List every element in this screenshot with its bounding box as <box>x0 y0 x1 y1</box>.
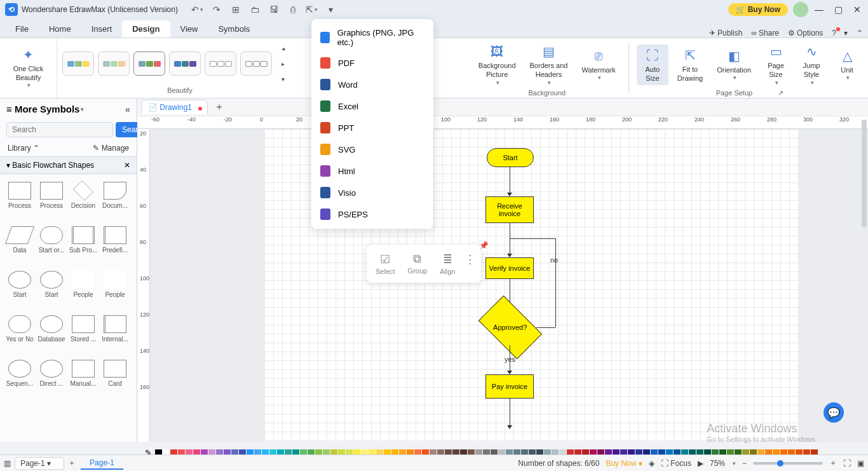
fullscreen-icon[interactable]: ▣ <box>857 459 864 468</box>
chat-badge[interactable]: 💬 <box>824 402 844 423</box>
shapes-section-title[interactable]: ▾ Basic Flowchart Shapes <box>6 161 94 170</box>
shape-stencil[interactable]: Start <box>36 267 67 311</box>
theme-preset-4[interactable] <box>169 51 201 76</box>
add-page-button[interactable]: ＋ <box>68 458 76 468</box>
minimize-button[interactable]: — <box>813 4 825 15</box>
shape-stencil[interactable]: Process <box>4 178 36 222</box>
canvas[interactable]: Start Receive invoice Verify invoice App… <box>150 129 868 442</box>
float-more-button[interactable]: ⋮ <box>465 250 476 278</box>
close-section-icon[interactable]: ✕ <box>124 161 130 170</box>
tab-design[interactable]: Design <box>122 20 170 38</box>
status-buy-now[interactable]: Buy Now ♦ <box>606 459 642 468</box>
watermark-button[interactable]: ⎚Watermark▾ <box>576 45 620 85</box>
shape-stencil[interactable]: People <box>67 267 99 311</box>
shape-stencil[interactable]: People <box>99 267 131 311</box>
float-group-button[interactable]: ⧉Group <box>404 250 431 278</box>
jump-style-button[interactable]: ∿Jump Style▾ <box>796 41 827 89</box>
redo-icon[interactable]: ↷ <box>210 3 224 17</box>
zoom-out-button[interactable]: − <box>742 459 747 468</box>
orientation-button[interactable]: ◧Orientation▾ <box>712 45 756 85</box>
layers-icon[interactable]: ◈ <box>649 459 654 468</box>
borders-headers-button[interactable]: ▤Borders and Headers▾ <box>525 41 573 89</box>
vertical-scrollbar[interactable] <box>862 119 867 228</box>
pin-icon[interactable]: 📌 <box>479 241 489 250</box>
tab-file[interactable]: File <box>5 20 39 38</box>
options-button[interactable]: ⚙ Options <box>788 29 823 38</box>
theme-preset-2[interactable] <box>98 51 130 76</box>
theme-expand-icon[interactable]: ▾ <box>276 72 290 86</box>
shape-stencil[interactable]: Stored ... <box>67 311 99 356</box>
export-item[interactable]: Graphics (PNG, JPG etc.) <box>311 23 433 52</box>
flowchart-receive[interactable]: Receive invoice <box>485 196 534 223</box>
export-item[interactable]: Word <box>311 74 433 95</box>
page-tab[interactable]: Page-1 <box>81 457 123 470</box>
undo-icon[interactable]: ↶▾ <box>191 3 205 17</box>
export-item[interactable]: Visio <box>311 182 433 203</box>
fit-to-drawing-button[interactable]: ⇱Fit to Drawing <box>672 44 708 86</box>
auto-size-button[interactable]: ⛶Auto Size <box>637 44 668 86</box>
theme-next-icon[interactable]: ▸ <box>276 57 290 71</box>
page-selector[interactable]: Page-1 ▾ <box>15 457 64 470</box>
help-button[interactable]: ?▾ <box>832 29 848 38</box>
theme-preset-3[interactable] <box>133 51 165 76</box>
theme-preset-5[interactable] <box>205 51 236 76</box>
pages-panel-icon[interactable]: ▥ <box>4 459 11 468</box>
presentation-icon[interactable]: ▶ <box>698 459 703 468</box>
share-button[interactable]: ∞ Share <box>751 29 779 38</box>
shape-stencil[interactable]: Direct ... <box>36 356 67 400</box>
new-icon[interactable]: ⊞ <box>229 3 243 17</box>
export-item[interactable]: Html <box>311 160 433 182</box>
maximize-button[interactable]: ▢ <box>832 4 844 15</box>
tab-view[interactable]: View <box>170 20 208 38</box>
flowchart-pay[interactable]: Pay invoice <box>485 374 534 399</box>
symbol-search-input[interactable] <box>6 122 113 137</box>
shape-stencil[interactable]: Database <box>36 311 67 356</box>
shape-stencil[interactable]: Docum... <box>99 178 131 222</box>
focus-mode-button[interactable]: ⛶ Focus <box>661 459 691 468</box>
print-icon[interactable]: ⎙ <box>286 3 300 17</box>
collapse-ribbon-button[interactable]: ⌃ <box>857 29 863 38</box>
float-select-button[interactable]: ☑Select <box>372 250 399 278</box>
theme-prev-icon[interactable]: ◂ <box>276 41 290 55</box>
buy-now-button[interactable]: 🛒 Buy Now <box>728 3 788 16</box>
one-click-beautify-button[interactable]: ✦ One Click Beautify▾ <box>8 44 49 92</box>
add-tab-button[interactable]: ＋ <box>208 100 231 114</box>
publish-button[interactable]: ✈ Publish <box>709 29 742 38</box>
unit-button[interactable]: △Unit▾ <box>831 45 863 85</box>
zoom-in-button[interactable]: ＋ <box>829 458 837 468</box>
manage-link[interactable]: ✎ Manage <box>93 144 129 153</box>
shape-stencil[interactable]: Internal... <box>99 311 131 356</box>
more-icon[interactable]: ▾ <box>324 3 338 17</box>
shape-stencil[interactable]: Card <box>99 356 131 400</box>
export-item[interactable]: SVG <box>311 139 433 160</box>
tab-symbols[interactable]: Symbols <box>208 20 260 38</box>
zoom-slider[interactable] <box>753 462 823 465</box>
user-avatar[interactable] <box>793 2 808 17</box>
page-setup-dialog-icon[interactable]: ↗ <box>778 89 783 97</box>
export-item[interactable]: Excel <box>311 95 433 117</box>
tab-insert[interactable]: Insert <box>81 20 123 38</box>
export-item[interactable]: PDF <box>311 52 433 74</box>
document-tab[interactable]: 📄 Drawing1 <box>141 100 208 114</box>
shape-stencil[interactable]: Manual... <box>67 356 99 400</box>
shape-stencil[interactable]: Start or... <box>36 222 67 267</box>
export-item[interactable]: PS/EPS <box>311 203 433 225</box>
library-link[interactable]: Library ⌃ <box>8 144 39 153</box>
shape-stencil[interactable]: Data <box>4 222 36 267</box>
theme-preset-1[interactable] <box>62 51 94 76</box>
tab-home[interactable]: Home <box>39 20 81 38</box>
shape-stencil[interactable]: Sub Pro... <box>67 222 99 267</box>
export-icon[interactable]: ⇱▾ <box>305 3 319 17</box>
open-icon[interactable]: 🗀 <box>248 3 262 17</box>
float-align-button[interactable]: ≣Align <box>436 250 459 278</box>
shape-stencil[interactable]: Process <box>36 178 67 222</box>
shape-stencil[interactable]: Sequen... <box>4 356 36 400</box>
page-size-button[interactable]: ▭Page Size▾ <box>760 41 792 89</box>
shape-stencil[interactable]: Yes or No <box>4 311 36 356</box>
shape-stencil[interactable]: Decision <box>67 178 99 222</box>
export-item[interactable]: PPT <box>311 117 433 139</box>
fit-page-icon[interactable]: ⛶ <box>843 459 851 468</box>
close-button[interactable]: ✕ <box>851 4 863 15</box>
flowchart-verify[interactable]: Verify invoice <box>485 257 534 279</box>
collapse-sidebar-icon[interactable]: « <box>125 104 130 114</box>
